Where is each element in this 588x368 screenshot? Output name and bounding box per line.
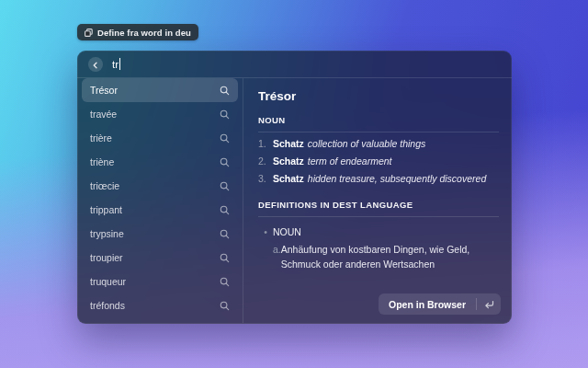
search-icon bbox=[220, 277, 230, 287]
result-label: trière bbox=[90, 132, 112, 144]
result-row[interactable]: tréfonds bbox=[82, 293, 238, 317]
dest-language-heading: DEFINITIONS IN DEST LANGUAGE bbox=[258, 200, 499, 210]
detail-pane: Trésor NOUN 1. Schatzcollection of valua… bbox=[243, 78, 512, 323]
entry-title: Trésor bbox=[258, 89, 499, 103]
definitions-list: 1. Schatzcollection of valuable things 2… bbox=[258, 138, 499, 185]
open-in-browser-label: Open in Browser bbox=[379, 299, 476, 310]
result-row[interactable]: triène bbox=[82, 150, 238, 174]
definition-item: 2. Schatzterm of endearment bbox=[258, 155, 499, 167]
launcher-window: tr Trésor travée trière triène triœci bbox=[77, 51, 512, 324]
result-row[interactable]: troupier bbox=[82, 246, 238, 270]
dest-definition-item: a. Anhäufung von kostbaren Dingen, wie G… bbox=[273, 243, 499, 270]
text-caret bbox=[119, 58, 120, 70]
definition-gloss: term of endearment bbox=[308, 155, 392, 167]
search-icon bbox=[220, 86, 230, 96]
search-icon bbox=[220, 253, 230, 263]
translation-word: Schatz bbox=[273, 173, 304, 184]
result-label: tréfonds bbox=[90, 300, 125, 311]
result-label: truqueur bbox=[90, 276, 126, 287]
search-icon bbox=[220, 133, 230, 144]
result-label: Trésor bbox=[90, 85, 118, 96]
chevron-left-icon bbox=[92, 56, 99, 73]
search-input[interactable]: tr bbox=[112, 58, 501, 70]
divider bbox=[258, 132, 499, 132]
open-in-browser-button[interactable]: Open in Browser bbox=[379, 293, 501, 315]
search-icon bbox=[220, 301, 230, 311]
part-of-speech-heading: NOUN bbox=[258, 115, 499, 125]
translation-word: Schatz bbox=[273, 155, 304, 167]
search-icon bbox=[220, 157, 230, 167]
back-button[interactable] bbox=[88, 57, 103, 72]
result-label: triœcie bbox=[90, 180, 119, 191]
result-label: trippant bbox=[90, 204, 122, 215]
definition-gloss: hidden treasure, subsequently discovered bbox=[308, 173, 486, 184]
search-icon bbox=[220, 229, 230, 239]
search-icon bbox=[220, 205, 230, 215]
result-label: troupier bbox=[90, 252, 123, 263]
search-icon bbox=[220, 109, 230, 120]
results-list: Trésor travée trière triène triœcie trip… bbox=[77, 78, 243, 323]
result-row[interactable]: trypsine bbox=[82, 222, 238, 246]
result-label: travée bbox=[90, 109, 117, 120]
enter-key-icon bbox=[477, 300, 501, 309]
dest-definition-text: Anhäufung von kostbaren Dingen, wie Geld… bbox=[281, 243, 499, 270]
result-label: triène bbox=[90, 156, 114, 167]
result-label: trypsine bbox=[90, 228, 124, 239]
bullet-icon: • bbox=[258, 226, 273, 237]
result-row[interactable]: triœcie bbox=[82, 174, 238, 198]
result-row[interactable]: travée bbox=[82, 102, 238, 126]
definition-item: 3. Schatzhidden treasure, subsequently d… bbox=[258, 173, 499, 185]
definition-number: 3. bbox=[258, 173, 273, 185]
definition-gloss: collection of valuable things bbox=[308, 138, 425, 149]
result-row[interactable]: trière bbox=[82, 126, 238, 150]
definition-number: 1. bbox=[258, 138, 273, 150]
definition-item: 1. Schatzcollection of valuable things bbox=[258, 138, 499, 150]
result-row[interactable]: truqueur bbox=[82, 270, 238, 293]
command-badge: Define fra word in deu bbox=[77, 24, 198, 40]
search-input-value: tr bbox=[112, 59, 119, 70]
translation-word: Schatz bbox=[273, 138, 304, 149]
definition-number: 2. bbox=[258, 155, 273, 167]
result-row[interactable]: trippant bbox=[82, 198, 238, 222]
result-row[interactable]: Trésor bbox=[82, 78, 238, 102]
search-bar: tr bbox=[77, 51, 512, 78]
dest-part-of-speech: NOUN bbox=[273, 226, 301, 237]
window-copy-icon bbox=[85, 29, 93, 37]
command-badge-label: Define fra word in deu bbox=[97, 28, 191, 38]
dest-pos-row: • NOUN bbox=[258, 226, 499, 237]
divider bbox=[258, 216, 499, 217]
search-icon bbox=[220, 181, 230, 191]
dest-definition-letter: a. bbox=[273, 243, 281, 270]
